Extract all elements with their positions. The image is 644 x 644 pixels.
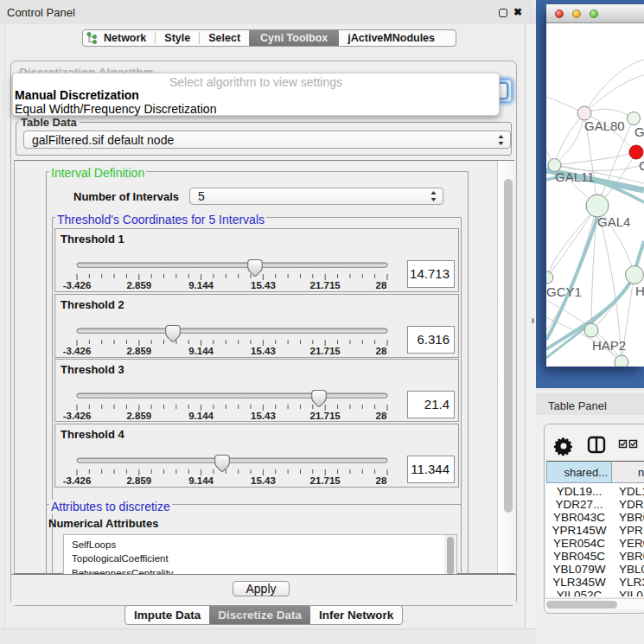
svg-text:28: 28 bbox=[376, 346, 387, 356]
svg-text:9.144: 9.144 bbox=[188, 280, 214, 290]
svg-text:2.859: 2.859 bbox=[126, 475, 151, 486]
svg-text:HAP2: HAP2 bbox=[592, 338, 626, 353]
svg-text:-3.426: -3.426 bbox=[63, 411, 92, 421]
svg-text:21.715: 21.715 bbox=[310, 411, 341, 421]
svg-text:2.859: 2.859 bbox=[126, 411, 151, 421]
svg-text:-3.426: -3.426 bbox=[63, 346, 92, 356]
svg-text:GA: GA bbox=[634, 124, 644, 139]
svg-text:9.144: 9.144 bbox=[188, 346, 214, 356]
svg-text:2.859: 2.859 bbox=[126, 280, 151, 290]
svg-text:GAL80: GAL80 bbox=[584, 118, 625, 133]
svg-text:CY: CY bbox=[639, 158, 644, 173]
svg-text:28: 28 bbox=[376, 280, 387, 290]
svg-text:2.859: 2.859 bbox=[126, 346, 151, 356]
svg-text:H: H bbox=[635, 284, 644, 298]
svg-text:9.144: 9.144 bbox=[188, 411, 214, 421]
svg-text:28: 28 bbox=[376, 475, 387, 486]
svg-text:GAL4: GAL4 bbox=[597, 214, 630, 229]
svg-text:GCY1: GCY1 bbox=[546, 284, 582, 299]
svg-text:28: 28 bbox=[376, 411, 387, 421]
svg-text:15.43: 15.43 bbox=[251, 411, 276, 421]
svg-text:21.715: 21.715 bbox=[310, 280, 341, 290]
svg-text:GAL11: GAL11 bbox=[555, 169, 595, 184]
svg-text:-3.426: -3.426 bbox=[63, 475, 92, 486]
svg-text:9.144: 9.144 bbox=[188, 475, 214, 486]
svg-text:15.43: 15.43 bbox=[251, 475, 276, 486]
svg-text:21.715: 21.715 bbox=[310, 346, 341, 356]
svg-text:15.43: 15.43 bbox=[251, 280, 276, 290]
svg-text:21.715: 21.715 bbox=[310, 475, 341, 486]
svg-text:-3.426: -3.426 bbox=[63, 280, 92, 290]
svg-text:15.43: 15.43 bbox=[251, 346, 276, 356]
